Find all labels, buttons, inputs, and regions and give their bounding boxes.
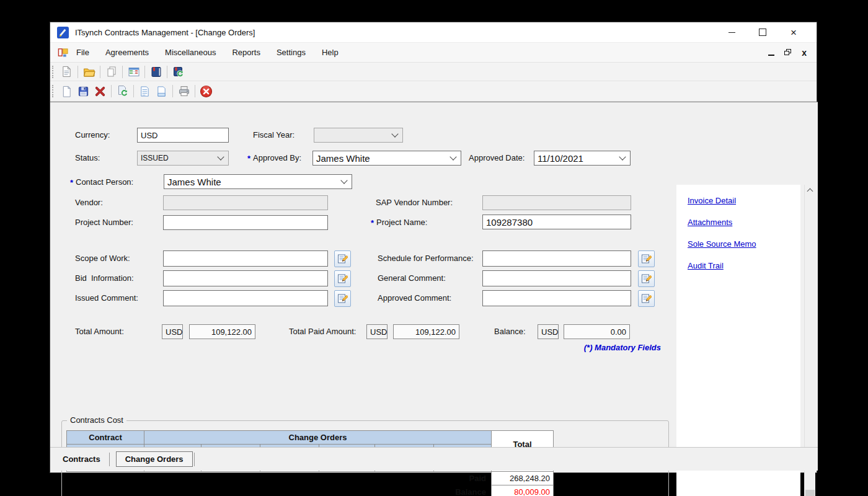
document-blank-button[interactable] xyxy=(153,83,170,99)
project-number-input[interactable] xyxy=(163,215,328,230)
paid-row: Paid 268,248.20 xyxy=(67,472,554,485)
tab-change-orders[interactable]: Change Orders xyxy=(116,451,193,467)
delete-button[interactable] xyxy=(92,83,108,99)
save-icon xyxy=(78,86,89,97)
project-name-input[interactable]: 109287380 xyxy=(482,215,631,229)
toolbar-separator xyxy=(111,85,112,97)
header-contract: Contract xyxy=(67,431,144,445)
close-icon: × xyxy=(790,27,797,38)
close-form-button[interactable] xyxy=(198,83,215,99)
issued-comment-edit-button[interactable] xyxy=(334,290,351,307)
arrow-up-icon xyxy=(807,188,813,194)
refresh-document-button[interactable] xyxy=(114,83,131,99)
status-label: Status: xyxy=(75,151,100,166)
mdi-minimize-button[interactable] xyxy=(768,55,774,56)
sap-vendor-number-input[interactable] xyxy=(482,195,631,210)
total-amount-label: Total Amount: xyxy=(75,324,124,339)
tab-contracts[interactable]: Contracts xyxy=(55,452,108,466)
menu-settings[interactable]: Settings xyxy=(268,43,314,62)
vendor-input[interactable] xyxy=(163,195,328,210)
toolbar-separator xyxy=(78,66,78,78)
address-book-button[interactable] xyxy=(148,64,164,80)
sole-source-memo-link[interactable]: Sole Source Memo xyxy=(688,239,756,249)
book-sync-button[interactable] xyxy=(170,64,187,80)
copy-documents-icon xyxy=(105,66,118,78)
approved-comment-edit-button[interactable] xyxy=(638,290,655,307)
audit-trail-link[interactable]: Audit Trail xyxy=(688,261,724,270)
desktop: { "window": { "title": "ITsynch Contract… xyxy=(0,0,868,496)
contracts-cost-group-label: Contracts Cost xyxy=(67,415,126,425)
bid-information-label: Bid Information: xyxy=(75,271,134,286)
paid-value: 268,248.20 xyxy=(492,472,554,485)
toolbar-separator xyxy=(167,66,167,78)
minimize-button[interactable] xyxy=(716,22,747,42)
save-button[interactable] xyxy=(75,83,92,99)
menu-help[interactable]: Help xyxy=(314,43,347,62)
document-details-icon xyxy=(139,86,151,97)
toolbar-separator xyxy=(133,85,134,97)
toolbar-separator xyxy=(172,85,173,97)
edit-note-icon xyxy=(337,254,348,264)
approved-date-label: Approved Date: xyxy=(469,151,525,166)
bid-information-edit-button[interactable] xyxy=(334,270,351,287)
new-document-button[interactable] xyxy=(58,64,75,80)
approved-by-select[interactable]: James White xyxy=(312,151,461,166)
total-paid-amount-currency: USD xyxy=(366,324,388,339)
document-blank-icon xyxy=(156,86,167,97)
close-button[interactable]: × xyxy=(778,22,809,42)
toolbar-grip[interactable] xyxy=(52,66,55,78)
table-view-button[interactable] xyxy=(125,64,142,80)
maximize-button[interactable] xyxy=(747,22,778,42)
open-folder-button[interactable] xyxy=(81,64,97,80)
approved-date-picker[interactable]: 11/10/2021 xyxy=(534,151,631,166)
print-icon xyxy=(178,85,190,97)
attachments-link[interactable]: Attachments xyxy=(688,218,732,227)
schedule-for-performance-edit-button[interactable] xyxy=(638,250,655,267)
new-file-button[interactable] xyxy=(58,83,75,99)
title-bar: ITsynch Contracts Management - [Change O… xyxy=(50,22,817,43)
sap-vendor-number-label: SAP Vendor Number: xyxy=(376,195,453,210)
vertical-scrollbar-thumb[interactable] xyxy=(805,490,815,496)
total-amount-value: 109,122.00 xyxy=(189,324,255,339)
mdi-window-controls: x xyxy=(768,48,817,58)
print-button[interactable] xyxy=(175,83,192,99)
mdi-restore-button[interactable] xyxy=(784,49,792,56)
copy-documents-button[interactable] xyxy=(103,64,120,80)
contact-person-label: Contact Person: xyxy=(76,175,133,190)
maximize-icon xyxy=(759,29,766,36)
approved-comment-label: Approved Comment: xyxy=(378,291,451,306)
invoice-detail-link[interactable]: Invoice Detail xyxy=(688,196,736,205)
issued-comment-input[interactable] xyxy=(163,290,328,306)
scope-of-work-input[interactable] xyxy=(163,250,328,267)
chevron-down-icon xyxy=(619,153,626,160)
toolbar-main xyxy=(50,81,817,102)
close-form-icon xyxy=(200,85,213,98)
menu-file[interactable]: File xyxy=(68,43,97,62)
currency-input[interactable]: USD xyxy=(137,128,229,143)
contact-person-select[interactable]: James White xyxy=(164,174,352,189)
toolbar-separator xyxy=(195,85,195,97)
status-select[interactable]: ISSUED xyxy=(137,151,229,166)
schedule-for-performance-input[interactable] xyxy=(482,250,631,267)
toolbar-grip[interactable] xyxy=(52,85,55,97)
scroll-up-button[interactable] xyxy=(805,185,815,195)
vendor-label: Vendor: xyxy=(75,195,103,210)
menu-miscellaneous[interactable]: Miscellaneous xyxy=(157,43,224,62)
general-comment-input[interactable] xyxy=(482,270,631,286)
schedule-for-performance-label: Schedule for Performance: xyxy=(378,251,474,266)
document-details-button[interactable] xyxy=(136,83,153,99)
edit-note-icon xyxy=(641,254,652,264)
general-comment-label: General Comment: xyxy=(378,271,446,286)
bid-information-input[interactable] xyxy=(163,270,328,286)
general-comment-edit-button[interactable] xyxy=(638,270,655,287)
fiscal-year-select[interactable] xyxy=(314,128,403,143)
total-paid-amount-value: 109,122.00 xyxy=(393,324,459,339)
toolbar-separator xyxy=(100,66,100,78)
mdi-close-button[interactable]: x xyxy=(802,48,807,58)
mdi-child-icon xyxy=(58,47,68,58)
approved-comment-input[interactable] xyxy=(482,290,631,306)
menu-agreements[interactable]: Agreements xyxy=(97,43,157,62)
chevron-down-icon xyxy=(217,153,224,160)
menu-reports[interactable]: Reports xyxy=(224,43,268,62)
scope-of-work-edit-button[interactable] xyxy=(334,250,351,267)
